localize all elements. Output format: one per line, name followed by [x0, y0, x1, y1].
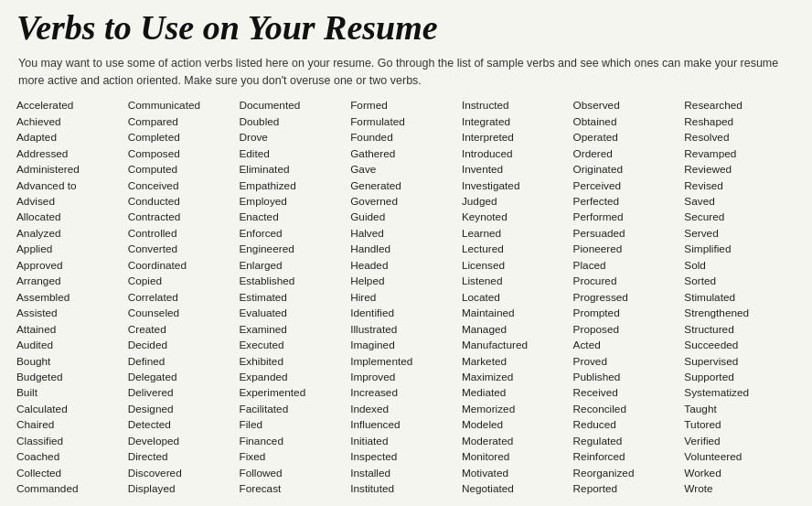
- verb-word: Memorized: [462, 402, 570, 417]
- verb-word: Estimated: [239, 290, 347, 306]
- verb-word: Revamped: [684, 146, 792, 162]
- verb-word: Advised: [16, 194, 124, 210]
- verb-word: Listened: [462, 274, 570, 289]
- subtitle-text: You may want to use some of action verbs…: [16, 55, 796, 90]
- verb-word: Filed: [239, 417, 347, 433]
- verb-word: Collected: [16, 466, 124, 481]
- verb-word: Helped: [350, 274, 458, 289]
- verb-word: Enacted: [239, 210, 347, 225]
- verb-word: Taught: [684, 402, 792, 417]
- verb-word: Proved: [573, 354, 681, 370]
- verb-word: Hired: [350, 290, 458, 306]
- verb-word: Employed: [239, 194, 347, 210]
- verb-word: Sold: [684, 258, 792, 274]
- verb-word: Obtained: [573, 114, 681, 130]
- verb-word: Edited: [239, 146, 347, 162]
- verb-word: Regulated: [573, 434, 681, 449]
- verb-word: Motivated: [462, 466, 570, 481]
- verb-word: Assisted: [16, 306, 124, 321]
- verb-word: Published: [573, 370, 681, 385]
- verb-word: Fixed: [239, 449, 347, 465]
- verb-word: Completed: [128, 130, 236, 145]
- verb-word: Doubled: [239, 114, 347, 130]
- verb-word: Received: [573, 385, 681, 401]
- verb-word: Allocated: [16, 210, 124, 225]
- verb-word: Formed: [350, 98, 458, 113]
- column-3: DocumentedDoubledDroveEditedEliminatedEm…: [239, 98, 350, 497]
- verb-word: Placed: [573, 258, 681, 274]
- verb-word: Attained: [16, 322, 124, 338]
- verb-word: Administered: [16, 162, 124, 178]
- verb-word: Developed: [128, 434, 236, 449]
- verb-word: Executed: [239, 338, 347, 353]
- verb-word: Progressed: [573, 290, 681, 306]
- verb-word: Lectured: [462, 242, 570, 257]
- verb-word: Addressed: [16, 146, 124, 162]
- verb-word: Audited: [16, 338, 124, 353]
- verb-word: Supported: [684, 370, 792, 385]
- verb-word: Verified: [684, 434, 792, 449]
- verb-word: Calculated: [16, 402, 124, 417]
- verb-word: Gathered: [350, 146, 458, 162]
- verb-word: Licensed: [462, 258, 570, 274]
- verb-word: Improved: [350, 370, 458, 385]
- verb-word: Operated: [573, 130, 681, 145]
- verb-word: Designed: [128, 402, 236, 417]
- verb-word: Implemented: [350, 354, 458, 370]
- verb-word: Instituted: [350, 481, 458, 497]
- verb-word: Reshaped: [684, 114, 792, 130]
- verb-word: Negotiated: [462, 481, 570, 497]
- verb-word: Enforced: [239, 226, 347, 242]
- verb-word: Analyzed: [16, 226, 124, 242]
- verb-word: Proposed: [573, 322, 681, 338]
- verb-word: Forecast: [239, 481, 347, 497]
- column-1: AcceleratedAchievedAdaptedAddressedAdmin…: [16, 98, 128, 497]
- verb-word: Guided: [350, 210, 458, 225]
- verb-word: Invented: [462, 162, 570, 178]
- verb-word: Perceived: [573, 178, 681, 194]
- verb-word: Performed: [573, 210, 681, 225]
- verb-word: Exhibited: [239, 354, 347, 370]
- verb-word: Compared: [128, 114, 236, 130]
- verb-word: Procured: [573, 274, 681, 289]
- verb-word: Indexed: [350, 402, 458, 417]
- verb-word: Delivered: [128, 385, 236, 401]
- verb-word: Manufactured: [462, 338, 570, 353]
- verb-word: Pioneered: [573, 242, 681, 257]
- verb-word: Saved: [684, 194, 792, 210]
- verb-word: Reduced: [573, 417, 681, 433]
- column-4: FormedFormulatedFoundedGatheredGaveGener…: [350, 98, 462, 497]
- verb-word: Maintained: [462, 306, 570, 321]
- verb-word: Bought: [16, 354, 124, 370]
- column-5: InstructedIntegratedInterpretedIntroduce…: [462, 98, 573, 497]
- verb-word: Accelerated: [16, 98, 124, 113]
- verb-word: Engineered: [239, 242, 347, 257]
- verb-word: Secured: [684, 210, 792, 225]
- verb-word: Tutored: [684, 417, 792, 433]
- verb-word: Volunteered: [684, 449, 792, 465]
- verb-word: Controlled: [128, 226, 236, 242]
- verb-word: Reported: [573, 481, 681, 497]
- verb-word: Budgeted: [16, 370, 124, 385]
- verb-word: Expanded: [239, 370, 347, 385]
- verb-word: Revised: [684, 178, 792, 194]
- verb-word: Resolved: [684, 130, 792, 145]
- verb-word: Managed: [462, 322, 570, 338]
- verb-word: Adapted: [16, 130, 124, 145]
- verb-word: Advanced to: [16, 178, 124, 194]
- verb-word: Approved: [16, 258, 124, 274]
- verb-word: Classified: [16, 434, 124, 449]
- verb-word: Learned: [462, 226, 570, 242]
- verb-word: Prompted: [573, 306, 681, 321]
- verb-word: Eliminated: [239, 162, 347, 178]
- verb-word: Facilitated: [239, 402, 347, 417]
- verb-word: Evaluated: [239, 306, 347, 321]
- verb-word: Examined: [239, 322, 347, 338]
- verb-word: Delegated: [128, 370, 236, 385]
- verb-word: Coordinated: [128, 258, 236, 274]
- verb-word: Served: [684, 226, 792, 242]
- verb-word: Identified: [350, 306, 458, 321]
- verb-word: Structured: [684, 322, 792, 338]
- verb-word: Drove: [239, 130, 347, 145]
- verb-word: Maximized: [462, 370, 570, 385]
